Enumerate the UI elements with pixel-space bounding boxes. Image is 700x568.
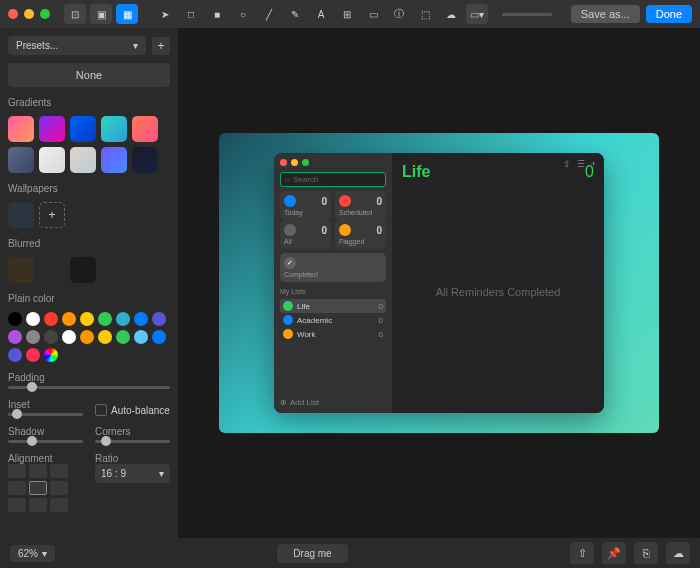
gradient-swatch[interactable] bbox=[101, 147, 127, 173]
export-icon[interactable]: ⇧ bbox=[570, 542, 594, 564]
ratio-select[interactable]: 16 : 9▾ bbox=[95, 464, 170, 483]
list-item[interactable]: Work0 bbox=[280, 327, 386, 341]
minimize-icon[interactable] bbox=[291, 159, 298, 166]
inset-slider[interactable] bbox=[8, 413, 83, 416]
color-swatch[interactable] bbox=[80, 312, 94, 326]
color-swatch[interactable] bbox=[134, 330, 148, 344]
gradient-swatch[interactable] bbox=[70, 116, 96, 142]
color-swatch[interactable] bbox=[44, 348, 58, 362]
color-swatch[interactable] bbox=[152, 330, 166, 344]
search-input[interactable]: ⌕Search bbox=[280, 172, 386, 187]
blur-icon[interactable]: ⊞ bbox=[336, 4, 358, 24]
drag-button[interactable]: Drag me bbox=[277, 544, 347, 563]
done-button[interactable]: Done bbox=[646, 5, 692, 23]
text-icon[interactable]: A bbox=[310, 4, 332, 24]
autobalance-checkbox[interactable] bbox=[95, 404, 107, 416]
presets-select[interactable]: Presets...▾ bbox=[8, 36, 146, 55]
gradient-swatch[interactable] bbox=[132, 116, 158, 142]
close-icon[interactable] bbox=[8, 9, 18, 19]
line-icon[interactable]: ╱ bbox=[258, 4, 280, 24]
color-swatch[interactable] bbox=[116, 312, 130, 326]
pin-icon[interactable]: 📌 bbox=[602, 542, 626, 564]
color-swatch[interactable] bbox=[8, 330, 22, 344]
list-item[interactable]: Life0 bbox=[280, 299, 386, 313]
color-swatch[interactable] bbox=[80, 330, 94, 344]
add-preset-button[interactable]: + bbox=[152, 37, 170, 55]
upload-icon[interactable]: ☁ bbox=[666, 542, 690, 564]
gradient-swatch[interactable] bbox=[8, 116, 34, 142]
minimize-icon[interactable] bbox=[24, 9, 34, 19]
info-icon[interactable]: ⓘ bbox=[388, 4, 410, 24]
crop-icon[interactable]: ⊡ bbox=[64, 4, 86, 24]
add-list-button[interactable]: ⊕Add List bbox=[280, 398, 386, 407]
gradient-swatch[interactable] bbox=[70, 147, 96, 173]
category-scheduled[interactable]: 0Scheduled bbox=[335, 191, 386, 220]
category-flagged[interactable]: 0Flagged bbox=[335, 220, 386, 249]
align-tl[interactable] bbox=[8, 464, 26, 478]
pointer-icon[interactable]: ➤ bbox=[154, 4, 176, 24]
color-swatch[interactable] bbox=[26, 348, 40, 362]
size-slider[interactable] bbox=[502, 13, 552, 16]
align-bc[interactable] bbox=[29, 498, 47, 512]
color-swatch[interactable] bbox=[8, 312, 22, 326]
gradient-swatch[interactable] bbox=[132, 147, 158, 173]
align-bl[interactable] bbox=[8, 498, 26, 512]
close-icon[interactable] bbox=[280, 159, 287, 166]
completed-category[interactable]: ✓ Completed bbox=[280, 253, 386, 282]
color-swatch[interactable] bbox=[44, 330, 58, 344]
device-icon[interactable]: ▭▾ bbox=[466, 4, 488, 24]
image-icon[interactable]: ▦ bbox=[116, 4, 138, 24]
corners-slider[interactable] bbox=[95, 440, 170, 443]
blurred-swatch[interactable] bbox=[39, 257, 65, 283]
copy-icon[interactable]: ⎘ bbox=[634, 542, 658, 564]
color-swatch[interactable] bbox=[98, 312, 112, 326]
pen-icon[interactable]: ✎ bbox=[284, 4, 306, 24]
color-swatch[interactable] bbox=[62, 312, 76, 326]
maximize-icon[interactable] bbox=[302, 159, 309, 166]
footer: 62%▾ Drag me ⇧ 📌 ⎘ ☁ bbox=[0, 538, 700, 568]
add-icon[interactable]: + bbox=[591, 159, 596, 169]
color-swatch[interactable] bbox=[152, 312, 166, 326]
color-swatch[interactable] bbox=[134, 312, 148, 326]
add-wallpaper-button[interactable]: + bbox=[39, 202, 65, 228]
category-all[interactable]: 0All bbox=[280, 220, 331, 249]
save-button[interactable]: Save as... bbox=[571, 5, 640, 23]
color-swatch[interactable] bbox=[98, 330, 112, 344]
align-mr[interactable] bbox=[50, 481, 68, 495]
blurred-swatch[interactable] bbox=[8, 257, 34, 283]
frame-icon[interactable]: ▭ bbox=[362, 4, 384, 24]
align-br[interactable] bbox=[50, 498, 68, 512]
gradient-swatch[interactable] bbox=[101, 116, 127, 142]
color-swatch[interactable] bbox=[62, 330, 76, 344]
rect-icon[interactable]: □ bbox=[180, 4, 202, 24]
zoom-select[interactable]: 62%▾ bbox=[10, 545, 55, 562]
cloud-icon[interactable]: ☁ bbox=[440, 4, 462, 24]
layers-icon[interactable]: ▣ bbox=[90, 4, 112, 24]
circle-icon[interactable]: ○ bbox=[232, 4, 254, 24]
gradient-swatch[interactable] bbox=[8, 147, 34, 173]
gradient-swatch[interactable] bbox=[39, 147, 65, 173]
padding-slider[interactable] bbox=[8, 386, 170, 389]
square-fill-icon[interactable]: ■ bbox=[206, 4, 228, 24]
align-mc[interactable] bbox=[29, 481, 47, 495]
menu-icon[interactable]: ☰ bbox=[577, 159, 585, 169]
color-swatch[interactable] bbox=[116, 330, 130, 344]
blurred-swatch[interactable] bbox=[70, 257, 96, 283]
shadow-slider[interactable] bbox=[8, 440, 83, 443]
align-tr[interactable] bbox=[50, 464, 68, 478]
wallpaper-swatch[interactable] bbox=[8, 202, 34, 228]
color-swatch[interactable] bbox=[8, 348, 22, 362]
gradient-swatch[interactable] bbox=[39, 116, 65, 142]
redact-icon[interactable]: ⬚ bbox=[414, 4, 436, 24]
canvas[interactable]: ⌕Search 0Today0Scheduled0All0Flagged ✓ C… bbox=[178, 28, 700, 538]
color-swatch[interactable] bbox=[26, 330, 40, 344]
category-today[interactable]: 0Today bbox=[280, 191, 331, 220]
color-swatch[interactable] bbox=[26, 312, 40, 326]
align-ml[interactable] bbox=[8, 481, 26, 495]
align-tc[interactable] bbox=[29, 464, 47, 478]
none-button[interactable]: None bbox=[8, 63, 170, 87]
maximize-icon[interactable] bbox=[40, 9, 50, 19]
list-item[interactable]: Academic0 bbox=[280, 313, 386, 327]
color-swatch[interactable] bbox=[44, 312, 58, 326]
share-icon[interactable]: ⇪ bbox=[563, 159, 571, 169]
